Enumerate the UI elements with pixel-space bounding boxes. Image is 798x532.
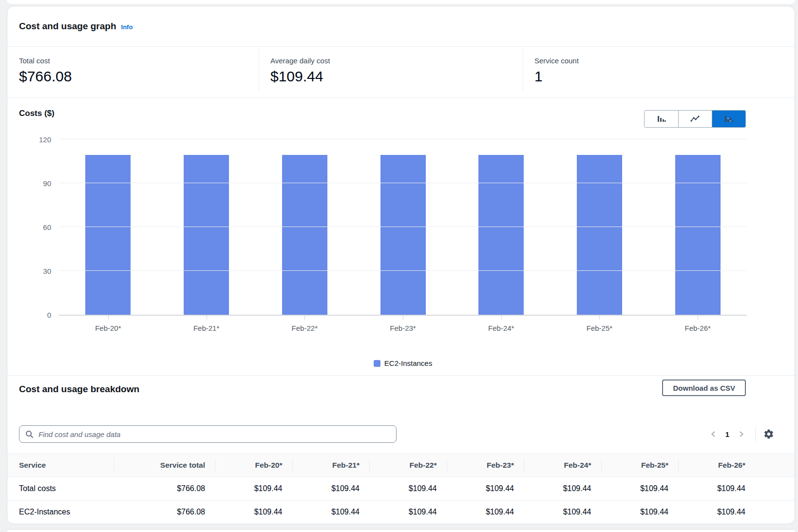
metrics-row: Total cost $766.08 Average daily cost $1… (7, 46, 795, 97)
metric-value: $766.08 (19, 68, 259, 85)
search-box (19, 425, 397, 443)
previous-page-button[interactable] (705, 430, 721, 438)
cell: Total costs (7, 477, 114, 500)
column-header: Feb-20* (215, 454, 292, 476)
metric-total-cost: Total cost $766.08 (7, 47, 259, 97)
bar-group: Feb-21* (157, 139, 256, 315)
download-csv-button[interactable]: Download as CSV (662, 380, 746, 396)
cost-and-usage-card: Cost and usage graph Info Total cost $76… (7, 6, 795, 524)
current-page[interactable]: 1 (721, 430, 734, 438)
gridline (59, 270, 747, 271)
cell: $109.44 (447, 501, 524, 524)
column-header: Feb-22* (369, 454, 447, 476)
cell: $109.44 (447, 477, 524, 500)
y-axis-tick-label: 90 (43, 180, 51, 187)
cell: $109.44 (215, 501, 292, 524)
cell: $766.08 (114, 477, 215, 500)
bar[interactable] (478, 155, 524, 315)
metric-average-daily-cost: Average daily cost $109.44 (259, 47, 523, 97)
x-axis-tick (599, 316, 600, 320)
gridline (59, 227, 747, 227)
x-axis-tick (304, 316, 305, 320)
x-axis-tick-label: Feb-21* (193, 324, 219, 332)
next-card-edge (7, 529, 795, 532)
bar[interactable] (85, 155, 131, 315)
line-chart-icon (690, 115, 700, 123)
controls-divider (755, 427, 756, 441)
breakdown-section: Cost and usage breakdown Download as CSV… (7, 375, 795, 524)
stacked-bar-chart-icon (724, 114, 733, 123)
y-axis-tick-label: 30 (43, 267, 51, 275)
cell: $109.44 (601, 477, 679, 500)
x-axis-tick (698, 316, 698, 320)
cell: $109.44 (601, 501, 679, 524)
cell: $766.08 (114, 501, 215, 524)
x-axis-tick (207, 316, 207, 320)
column-header: Feb-25* (601, 454, 679, 476)
chart-y-axis-title: Costs ($) (19, 109, 55, 118)
search-icon (25, 430, 34, 438)
cell: $109.44 (215, 477, 292, 500)
bar-chart-toggle-button[interactable] (645, 111, 678, 127)
column-header: Feb-24* (524, 454, 601, 476)
chart-legend: EC2-Instances (59, 359, 747, 367)
cell: $109.44 (369, 501, 447, 524)
gridline (59, 139, 747, 139)
x-axis-tick-label: Feb-22* (292, 324, 318, 332)
info-link[interactable]: Info (121, 23, 133, 31)
cell: $109.44 (292, 501, 370, 524)
cell: $109.44 (524, 501, 601, 524)
bar-group: Feb-20* (59, 139, 157, 315)
y-axis-tick-label: 120 (39, 136, 51, 143)
bar[interactable] (675, 155, 721, 315)
gear-icon (763, 429, 774, 439)
table-row: EC2-Instances$766.08$109.44$109.44$109.4… (7, 500, 795, 524)
y-axis-tick-label: 0 (47, 311, 51, 319)
table-settings-button[interactable] (761, 429, 776, 439)
column-header: Feb-21* (292, 454, 370, 476)
stacked-bar-chart-toggle-button[interactable] (712, 111, 745, 127)
bar-chart-plot: Feb-20*Feb-21*Feb-22*Feb-23*Feb-24*Feb-2… (59, 139, 747, 316)
table-row: Total costs$766.08$109.44$109.44$109.44$… (7, 477, 795, 500)
chart-section: Costs ($) (7, 97, 795, 375)
column-header: Service (7, 454, 114, 476)
bar[interactable] (577, 155, 622, 315)
metric-label: Total cost (19, 57, 259, 65)
bar[interactable] (282, 155, 327, 315)
legend-item[interactable]: EC2-Instances (374, 359, 432, 367)
column-header: Feb-26* (678, 454, 795, 476)
page-title: Cost and usage graph (19, 21, 116, 32)
cell: $109.44 (524, 477, 601, 500)
x-axis-tick (403, 316, 403, 320)
bar[interactable] (184, 155, 229, 315)
table-header-row: ServiceService totalFeb-20*Feb-21*Feb-22… (7, 454, 795, 477)
cell: $109.44 (678, 477, 795, 500)
x-axis-tick-label: Feb-20* (95, 324, 121, 332)
metric-service-count: Service count 1 (523, 47, 795, 97)
chart-type-toggle (644, 110, 746, 128)
bars-area: Feb-20*Feb-21*Feb-22*Feb-23*Feb-24*Feb-2… (59, 139, 747, 315)
x-axis-tick-label: Feb-26* (684, 324, 710, 332)
bar[interactable] (380, 155, 426, 315)
cell: $109.44 (292, 477, 370, 500)
x-axis-tick (501, 316, 502, 320)
bar-group: Feb-24* (452, 139, 551, 315)
previous-card-edge (7, 0, 795, 4)
chevron-right-icon (738, 430, 745, 438)
breakdown-table: ServiceService totalFeb-20*Feb-21*Feb-22… (7, 454, 795, 524)
bar-group: Feb-25* (551, 139, 649, 315)
metric-label: Service count (534, 57, 795, 65)
bar-group: Feb-23* (354, 139, 452, 315)
line-chart-toggle-button[interactable] (678, 111, 712, 127)
x-axis-tick-label: Feb-25* (587, 324, 612, 332)
breakdown-title: Cost and usage breakdown (19, 384, 139, 395)
column-header: Service total (114, 454, 215, 476)
legend-swatch-icon (374, 360, 380, 367)
cell: $109.44 (369, 477, 447, 500)
cell: $109.44 (678, 501, 795, 524)
bar-chart-icon (657, 114, 666, 123)
legend-label: EC2-Instances (384, 359, 432, 367)
next-page-button[interactable] (734, 430, 749, 438)
column-header: Feb-23* (447, 454, 524, 476)
search-input[interactable] (38, 430, 390, 439)
